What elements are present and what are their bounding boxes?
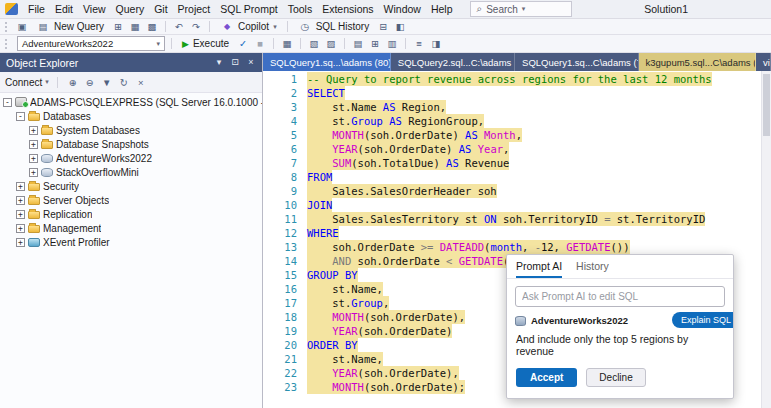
document-tab[interactable]: SQLQuery1.sq...\adams (80))*✕	[263, 53, 391, 71]
editor-scrollbar[interactable]	[761, 71, 771, 408]
object-explorer-header[interactable]: Object Explorer ▾⊡×	[0, 53, 262, 72]
expand-icon[interactable]: +	[29, 154, 38, 163]
expand-icon[interactable]: +	[16, 238, 25, 247]
specify-template-icon[interactable]: ▧	[307, 37, 321, 50]
menu-item-query[interactable]: Query	[111, 2, 150, 16]
highlighted-code[interactable]: FROM	[307, 170, 332, 184]
open-file-icon[interactable]: ⊞	[111, 20, 125, 33]
intellisense-icon[interactable]: ▦	[280, 37, 294, 50]
highlighted-code[interactable]: -- Query to report revenue across region…	[307, 72, 712, 86]
menu-item-git[interactable]: Git	[149, 2, 172, 16]
tree-item[interactable]: +AdventureWorks2022	[0, 151, 262, 165]
copilot-button[interactable]: ◆ Copilot ▾	[216, 20, 281, 33]
sql-history-button[interactable]: ◷ SQL History	[294, 20, 374, 33]
prompt-ai-input[interactable]	[515, 286, 725, 307]
menu-item-window[interactable]: Window	[379, 2, 426, 16]
expand-icon[interactable]: +	[16, 224, 25, 233]
collapse-icon[interactable]: -	[16, 112, 25, 121]
expand-icon[interactable]: +	[29, 140, 38, 149]
tree-item[interactable]: +Security	[0, 179, 262, 193]
menu-item-help[interactable]: Help	[426, 2, 458, 16]
analyze-query-icon[interactable]: ▨	[324, 37, 338, 50]
highlighted-code[interactable]: st.Name,	[307, 352, 383, 366]
document-tab[interactable]: vi	[756, 53, 771, 71]
highlighted-code[interactable]: YEAR(soh.OrderDate) AS Year,	[307, 142, 509, 156]
tree-item[interactable]: +Server Objects	[0, 193, 262, 207]
highlighted-code[interactable]: MONTH(soh.OrderDate);	[307, 380, 465, 394]
expand-icon[interactable]: +	[16, 182, 25, 191]
highlighted-code[interactable]: ORDER BY	[307, 338, 358, 352]
highlighted-code[interactable]: MONTH(soh.OrderDate),	[307, 310, 465, 324]
tree-item[interactable]: +Database Snapshots	[0, 137, 262, 151]
document-tab[interactable]: SQLQuery1.sq...C\adams (72))*	[515, 53, 638, 71]
highlighted-code[interactable]: st.Name,	[307, 282, 383, 296]
save-all-icon[interactable]: ▩	[145, 20, 159, 33]
history-grid-icon[interactable]: ⊟	[376, 20, 390, 33]
refresh-icon[interactable]: ↻	[117, 76, 131, 89]
outline-icon[interactable]: ◨	[429, 37, 443, 50]
highlighted-code[interactable]: AND soh.OrderDate < GETDATE()	[307, 254, 516, 268]
expand-icon[interactable]: +	[29, 126, 38, 135]
tree-item[interactable]: +Management	[0, 221, 262, 235]
highlighted-code[interactable]: Sales.SalesTerritory st ON soh.Territory…	[307, 212, 705, 226]
window-position-icon[interactable]: ▾	[214, 56, 224, 69]
explain-sql-button[interactable]: Explain SQL	[672, 312, 734, 328]
menu-item-sql-prompt[interactable]: SQL Prompt	[215, 2, 282, 16]
results-grid-icon[interactable]: ⊞	[368, 37, 382, 50]
highlighted-code[interactable]: WHERE	[307, 226, 339, 240]
redo-icon[interactable]: ↷	[189, 20, 203, 33]
tab-history[interactable]: History	[576, 260, 609, 278]
menu-item-extensions[interactable]: Extensions	[317, 2, 378, 16]
pin-icon[interactable]: ⊡	[230, 56, 240, 69]
comment-icon[interactable]: ≡	[412, 37, 426, 50]
tree-item[interactable]: +Replication	[0, 207, 262, 221]
menu-item-project[interactable]: Project	[173, 2, 216, 16]
results-file-icon[interactable]: ▥	[385, 37, 399, 50]
window-layout-icon[interactable]: ◧	[393, 20, 407, 33]
close-icon[interactable]: ×	[246, 56, 256, 69]
tree-item[interactable]: +StackOverflowMini	[0, 165, 262, 179]
undo-icon[interactable]: ↶	[172, 20, 186, 33]
parse-icon[interactable]: ✓	[236, 37, 250, 50]
menu-item-edit[interactable]: Edit	[50, 2, 78, 16]
highlighted-code[interactable]: SUM(soh.TotalDue) AS Revenue	[307, 156, 509, 170]
disconnect-icon[interactable]: ⊖	[83, 76, 97, 89]
decline-button[interactable]: Decline	[586, 368, 645, 387]
menu-item-file[interactable]: File	[23, 2, 50, 16]
highlighted-code[interactable]: st.Group,	[307, 296, 389, 310]
cancel-query-icon[interactable]: ■	[253, 37, 267, 50]
tree-item[interactable]: -ADAMS-PC\SQLEXPRESS (SQL Server 16.0.10…	[0, 95, 262, 109]
highlighted-code[interactable]: MONTH(soh.OrderDate) AS Month,	[307, 128, 522, 142]
search-box[interactable]: ⌕ Search ▾	[470, 1, 572, 17]
tab-prompt-ai[interactable]: Prompt AI	[516, 260, 562, 278]
highlighted-code[interactable]: YEAR(soh.OrderDate)	[307, 324, 452, 338]
highlighted-code[interactable]: YEAR(soh.OrderDate),	[307, 366, 459, 380]
save-icon[interactable]: ▦	[128, 20, 142, 33]
tree-item[interactable]: +System Databases	[0, 123, 262, 137]
highlighted-code[interactable]: st.Name AS Region,	[307, 100, 446, 114]
highlighted-code[interactable]: Sales.SalesOrderHeader soh	[307, 184, 497, 198]
filter-icon[interactable]: ▼	[100, 76, 114, 89]
highlighted-code[interactable]: JOIN	[307, 198, 332, 212]
document-tab[interactable]: k3gupum5.sql...C\adams (70))	[639, 53, 757, 71]
sql-editor[interactable]: 1-- Query to report revenue across regio…	[263, 71, 771, 408]
tree-item[interactable]: +XEvent Profiler	[0, 235, 262, 249]
connect-server-icon[interactable]: ⊕	[66, 76, 80, 89]
stop-icon[interactable]: ×	[134, 76, 148, 89]
new-query-button[interactable]: ▤ New Query	[32, 20, 108, 33]
highlighted-code[interactable]: SELECT	[307, 86, 345, 100]
document-tab[interactable]: SQLQuery2.sql...C:\adams (74))	[391, 53, 515, 71]
results-text-icon[interactable]: ▤	[351, 37, 365, 50]
execute-button[interactable]: ▶ Execute	[178, 38, 233, 49]
connect-button[interactable]: Connect ▾	[5, 77, 49, 88]
tree-item[interactable]: -Databases	[0, 109, 262, 123]
highlighted-code[interactable]: GROUP BY	[307, 268, 358, 282]
expand-icon[interactable]: +	[29, 168, 38, 177]
highlighted-code[interactable]: soh.OrderDate >= DATEADD(month, -12, GET…	[307, 240, 630, 254]
new-window-icon[interactable]: ▣	[15, 20, 29, 33]
menu-item-view[interactable]: View	[78, 2, 111, 16]
highlighted-code[interactable]: st.Group AS RegionGroup,	[307, 114, 484, 128]
menu-item-tools[interactable]: Tools	[283, 2, 318, 16]
accept-button[interactable]: Accept	[516, 368, 577, 387]
collapse-icon[interactable]: -	[3, 98, 12, 107]
